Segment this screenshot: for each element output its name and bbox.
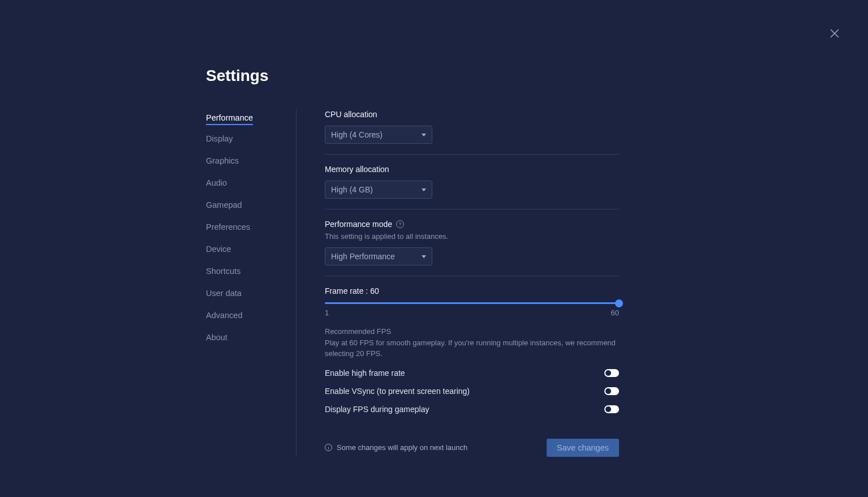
memory-allocation-select[interactable]: High (4 GB) bbox=[325, 181, 432, 199]
performance-mode-label-text: Performance mode bbox=[325, 220, 392, 229]
frame-rate-slider[interactable] bbox=[325, 302, 619, 304]
enable-vsync-toggle[interactable] bbox=[604, 387, 619, 395]
chevron-down-icon bbox=[422, 188, 426, 191]
chevron-down-icon bbox=[422, 134, 426, 136]
display-fps-label: Display FPS during gameplay bbox=[325, 405, 429, 414]
enable-high-frame-rate-label: Enable high frame rate bbox=[325, 369, 405, 378]
footer-note-text: Some changes will apply on next launch bbox=[337, 443, 467, 452]
divider bbox=[325, 154, 619, 155]
performance-mode-select[interactable]: High Performance bbox=[325, 247, 432, 265]
performance-mode-value: High Performance bbox=[331, 252, 395, 261]
sidebar-item-gamepad[interactable]: Gamepad bbox=[206, 197, 242, 213]
divider bbox=[325, 276, 619, 276]
sidebar-item-display[interactable]: Display bbox=[206, 131, 233, 147]
sidebar: Performance Display Graphics Audio Gamep… bbox=[206, 109, 297, 457]
sidebar-item-graphics[interactable]: Graphics bbox=[206, 153, 239, 169]
cpu-allocation-value: High (4 Cores) bbox=[331, 130, 383, 139]
info-icon: i bbox=[325, 444, 332, 451]
footer-note: i Some changes will apply on next launch bbox=[325, 443, 467, 452]
sidebar-item-about[interactable]: About bbox=[206, 329, 227, 346]
memory-allocation-value: High (4 GB) bbox=[331, 185, 373, 194]
sidebar-item-advanced[interactable]: Advanced bbox=[206, 307, 243, 324]
display-fps-toggle[interactable] bbox=[604, 405, 619, 413]
help-icon[interactable]: ? bbox=[396, 220, 404, 228]
sidebar-item-shortcuts[interactable]: Shortcuts bbox=[206, 263, 240, 280]
sidebar-item-user-data[interactable]: User data bbox=[206, 285, 242, 302]
frame-rate-min: 1 bbox=[325, 309, 329, 317]
cpu-allocation-select[interactable]: High (4 Cores) bbox=[325, 126, 432, 144]
slider-thumb[interactable] bbox=[615, 299, 623, 307]
performance-mode-note: This setting is applied to all instances… bbox=[325, 232, 619, 241]
sidebar-item-performance[interactable]: Performance bbox=[206, 110, 253, 125]
close-icon[interactable] bbox=[828, 27, 841, 40]
recommended-fps-title: Recommended FPS bbox=[325, 327, 619, 336]
content-panel: CPU allocation High (4 Cores) Memory all… bbox=[325, 109, 619, 457]
chevron-down-icon bbox=[422, 255, 426, 258]
frame-rate-max: 60 bbox=[611, 309, 619, 317]
recommended-fps-body: Play at 60 FPS for smooth gameplay. If y… bbox=[325, 338, 619, 359]
save-changes-button[interactable]: Save changes bbox=[547, 439, 619, 457]
cpu-allocation-label: CPU allocation bbox=[325, 110, 619, 119]
sidebar-item-preferences[interactable]: Preferences bbox=[206, 219, 250, 235]
frame-rate-label: Frame rate : 60 bbox=[325, 286, 619, 295]
enable-high-frame-rate-toggle[interactable] bbox=[604, 369, 619, 377]
performance-mode-label: Performance mode ? bbox=[325, 220, 619, 229]
page-title: Settings bbox=[206, 67, 619, 85]
sidebar-item-device[interactable]: Device bbox=[206, 241, 231, 258]
sidebar-item-audio[interactable]: Audio bbox=[206, 175, 227, 191]
memory-allocation-label: Memory allocation bbox=[325, 165, 619, 174]
divider bbox=[325, 209, 619, 209]
enable-vsync-label: Enable VSync (to prevent screen tearing) bbox=[325, 387, 470, 396]
